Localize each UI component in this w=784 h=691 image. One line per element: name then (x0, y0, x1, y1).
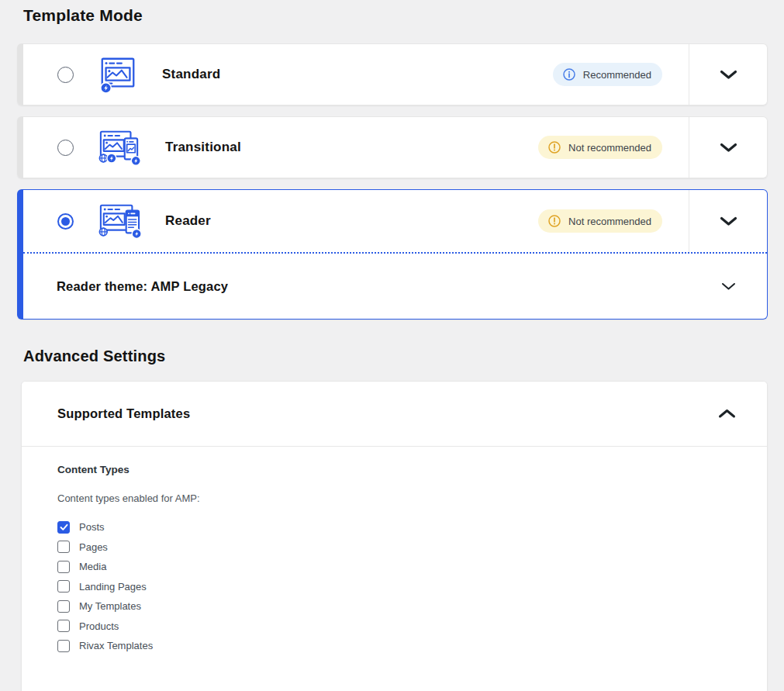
checkbox-row-products[interactable]: Products (57, 617, 731, 637)
chevron-down-icon (720, 216, 737, 226)
content-types-description: Content types enabled for AMP: (57, 492, 731, 504)
posts-checkbox[interactable] (57, 521, 70, 534)
advanced-settings-heading: Advanced Settings (23, 347, 784, 365)
chevron-down-icon (720, 143, 737, 153)
reader-mode-icon (97, 200, 142, 242)
mode-card-standard[interactable]: Standard Recommended (17, 43, 768, 105)
expand-reader-theme-button[interactable] (689, 282, 767, 291)
pages-checkbox[interactable] (57, 541, 70, 553)
checkbox-label: Landing Pages (79, 581, 147, 593)
checkbox-label: My Templates (79, 600, 141, 612)
mode-label: Standard (162, 67, 553, 82)
reader-theme-label: Reader theme: AMP Legacy (23, 279, 689, 294)
badge-text: Not recommended (568, 216, 651, 227)
chevron-down-icon (720, 70, 737, 80)
status-badge: Not recommended (538, 136, 662, 159)
reader-radio[interactable] (57, 213, 74, 230)
products-checkbox[interactable] (57, 620, 70, 632)
chevron-up-icon (718, 409, 736, 419)
supported-templates-panel: Supported Templates Content Types Conten… (21, 381, 768, 691)
warning-icon (547, 140, 561, 154)
standard-radio[interactable] (57, 67, 74, 83)
mode-label: Reader (165, 213, 538, 229)
reader-theme-row[interactable]: Reader theme: AMP Legacy (23, 254, 767, 319)
transitional-radio[interactable] (57, 140, 74, 156)
landing-pages-checkbox[interactable] (57, 580, 70, 593)
supported-templates-title: Supported Templates (57, 406, 718, 421)
checkbox-label: Media (79, 561, 106, 572)
my-templates-checkbox[interactable] (57, 600, 70, 613)
chevron-down-icon (721, 282, 736, 291)
warning-icon (547, 214, 561, 228)
checkbox-row-rivax-templates[interactable]: Rivax Templates (57, 636, 731, 656)
checkbox-row-media[interactable]: Media (57, 557, 731, 577)
checkbox-label: Rivax Templates (79, 640, 153, 651)
checkbox-row-pages[interactable]: Pages (57, 537, 731, 558)
transitional-mode-icon (97, 126, 142, 168)
checkbox-row-landing-pages[interactable]: Landing Pages (57, 577, 731, 597)
info-icon (562, 67, 576, 81)
checkbox-label: Pages (79, 541, 108, 553)
check-icon (60, 523, 68, 531)
mode-card-reader[interactable]: Reader Not recommended (17, 189, 768, 320)
card-accent-bar (17, 189, 23, 320)
badge-text: Recommended (583, 69, 651, 81)
mode-label: Transitional (165, 140, 538, 155)
card-accent-bar (17, 43, 23, 105)
mode-card-transitional[interactable]: Transitional Not recommended (17, 116, 768, 178)
expand-transitional-button[interactable] (689, 117, 767, 178)
media-checkbox[interactable] (57, 561, 70, 573)
card-accent-bar (17, 116, 23, 178)
status-badge: Recommended (553, 63, 662, 86)
standard-mode-icon (97, 54, 139, 95)
expand-reader-button[interactable] (689, 190, 767, 252)
rivax-templates-checkbox[interactable] (57, 640, 70, 652)
expand-standard-button[interactable] (689, 44, 767, 105)
content-types-heading: Content Types (57, 464, 731, 475)
checkbox-row-posts[interactable]: Posts (57, 517, 731, 537)
supported-templates-header[interactable]: Supported Templates (22, 382, 767, 447)
badge-text: Not recommended (568, 142, 651, 154)
checkbox-label: Products (79, 620, 119, 632)
amp-settings-page: Template Mode (0, 6, 784, 691)
checkbox-label: Posts (79, 521, 105, 533)
template-mode-heading: Template Mode (23, 6, 784, 25)
supported-templates-body: Content Types Content types enabled for … (22, 447, 767, 691)
status-badge: Not recommended (538, 209, 662, 233)
checkbox-row-my-templates[interactable]: My Templates (57, 596, 731, 617)
